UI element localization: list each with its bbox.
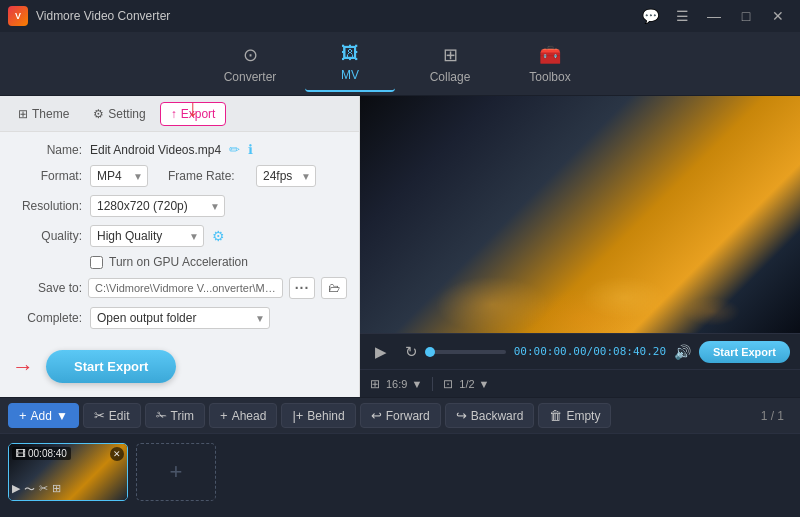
add-icon: + xyxy=(19,408,27,423)
export-button-wrap: ↓ ↑ Export xyxy=(160,102,227,126)
nav-tabs: ⊙ Converter 🖼 MV ⊞ Collage 🧰 Toolbox xyxy=(0,32,800,96)
quality-select-wrap: High Quality Medium Quality Low Quality … xyxy=(90,225,204,247)
gear-icon: ⚙ xyxy=(93,107,104,121)
name-row: Name: Edit Android Videos.mp4 ✏ ℹ xyxy=(12,142,347,157)
resolution-select-wrap: 1280x720 (720p) 1920x1080 (1080p) 3840x2… xyxy=(90,195,225,217)
tab-toolbox[interactable]: 🧰 Toolbox xyxy=(505,36,595,92)
scale-select[interactable]: 1/2 ▼ xyxy=(459,378,489,390)
resolution-select[interactable]: 1280x720 (720p) 1920x1080 (1080p) 3840x2… xyxy=(90,195,225,217)
behind-icon: |+ xyxy=(292,408,303,423)
edit-button[interactable]: ✂ Edit xyxy=(83,403,141,428)
edit-icon[interactable]: ✏ xyxy=(229,142,240,157)
play-button[interactable]: ▶ xyxy=(370,341,392,363)
backward-label: Backward xyxy=(471,409,524,423)
left-panel: ⊞ Theme ⚙ Setting ↓ ↑ Export Name: Edit … xyxy=(0,96,360,397)
menu-button[interactable]: ☰ xyxy=(668,6,696,26)
red-arrow-indicator: ↓ xyxy=(187,94,199,122)
tab-toolbox-label: Toolbox xyxy=(529,70,570,84)
tab-converter[interactable]: ⊙ Converter xyxy=(205,36,295,92)
timeline-add-button[interactable]: + xyxy=(136,443,216,501)
ratio-bar: ⊞ 16:9 ▼ ⊡ 1/2 ▼ xyxy=(360,369,800,397)
app-icon: V xyxy=(8,6,28,26)
empty-button[interactable]: 🗑 Empty xyxy=(538,403,611,428)
progress-dot xyxy=(425,347,435,357)
window-controls: 💬 ☰ — □ ✕ xyxy=(636,6,792,26)
settings-small-icon[interactable]: ⊞ xyxy=(52,482,61,497)
waveform-icon[interactable]: 〜 xyxy=(24,482,35,497)
format-label: Format: xyxy=(12,169,82,183)
backward-icon: ↪ xyxy=(456,408,467,423)
behind-button[interactable]: |+ Behind xyxy=(281,403,355,428)
clip-duration: 🎞 00:08:40 xyxy=(12,447,71,460)
aspect-ratio-value: 16:9 xyxy=(386,378,407,390)
gpu-checkbox[interactable] xyxy=(90,256,103,269)
trim-button[interactable]: ✁ Trim xyxy=(145,403,206,428)
ratio-divider xyxy=(432,377,433,391)
left-toolbar: ⊞ Theme ⚙ Setting ↓ ↑ Export xyxy=(0,96,359,132)
ahead-icon: + xyxy=(220,408,228,423)
setting-button[interactable]: ⚙ Setting xyxy=(83,103,155,125)
framerate-select[interactable]: 24fps 30fps 60fps xyxy=(256,165,316,187)
resolution-row: Resolution: 1280x720 (720p) 1920x1080 (1… xyxy=(12,195,347,217)
maximize-button[interactable]: □ xyxy=(732,6,760,26)
vc-start-export-button[interactable]: Start Export xyxy=(699,341,790,363)
format-select[interactable]: MP4 MOV AVI xyxy=(90,165,148,187)
save-label: Save to: xyxy=(12,281,82,295)
complete-select-wrap: Open output folder Do nothing ▼ xyxy=(90,307,270,329)
forward-icon: ↩ xyxy=(371,408,382,423)
start-arrow-indicator: → xyxy=(12,354,34,380)
info-icon[interactable]: ℹ xyxy=(248,142,253,157)
tab-mv[interactable]: 🖼 MV xyxy=(305,36,395,92)
clip-overlay: 🎞 00:08:40 ✕ ▶ 〜 ✂ ⊞ xyxy=(9,444,127,500)
start-export-button[interactable]: Start Export xyxy=(46,350,176,383)
page-indicator: 1 / 1 xyxy=(761,409,792,423)
video-controls: ▶ ↻ 00:00:00.00/00:08:40.20 🔊 Start Expo… xyxy=(360,333,800,369)
quality-settings-button[interactable]: ⚙ xyxy=(212,228,225,244)
play-small-icon[interactable]: ▶ xyxy=(12,482,20,497)
cut-small-icon[interactable]: ✂ xyxy=(39,482,48,497)
empty-label: Empty xyxy=(566,409,600,423)
gpu-row: Turn on GPU Acceleration xyxy=(12,255,347,269)
ahead-button[interactable]: + Ahead xyxy=(209,403,277,428)
video-preview xyxy=(360,96,800,333)
timeline: 🎞 00:08:40 ✕ ▶ 〜 ✂ ⊞ + xyxy=(0,433,800,509)
chat-button[interactable]: 💬 xyxy=(636,6,664,26)
resolution-label: Resolution: xyxy=(12,199,82,213)
quality-select[interactable]: High Quality Medium Quality Low Quality xyxy=(90,225,204,247)
minimize-button[interactable]: — xyxy=(700,6,728,26)
name-label: Name: xyxy=(12,143,82,157)
scale-value: 1/2 xyxy=(459,378,474,390)
add-button[interactable]: + Add ▼ xyxy=(8,403,79,428)
main-area: ⊞ Theme ⚙ Setting ↓ ↑ Export Name: Edit … xyxy=(0,96,800,397)
aspect-ratio-select[interactable]: 16:9 ▼ xyxy=(386,378,422,390)
tab-collage-label: Collage xyxy=(430,70,471,84)
progress-bar[interactable] xyxy=(430,350,506,354)
complete-select[interactable]: Open output folder Do nothing xyxy=(90,307,270,329)
gpu-checkbox-label[interactable]: Turn on GPU Acceleration xyxy=(90,255,248,269)
browse-button[interactable]: 🗁 xyxy=(321,277,347,299)
volume-icon[interactable]: 🔊 xyxy=(674,344,691,360)
start-export-area: → Start Export xyxy=(0,340,359,397)
mv-icon: 🖼 xyxy=(341,43,359,64)
edit-icon: ✂ xyxy=(94,408,105,423)
close-button[interactable]: ✕ xyxy=(764,6,792,26)
gpu-label: Turn on GPU Acceleration xyxy=(109,255,248,269)
add-label: Add xyxy=(31,409,52,423)
loop-button[interactable]: ↻ xyxy=(400,341,422,363)
aspect-dropdown-arrow: ▼ xyxy=(411,378,422,390)
clip-close-button[interactable]: ✕ xyxy=(110,447,124,461)
tab-collage[interactable]: ⊞ Collage xyxy=(405,36,495,92)
trash-icon: 🗑 xyxy=(549,408,562,423)
more-options-button[interactable]: ··· xyxy=(289,277,315,299)
quality-label: Quality: xyxy=(12,229,82,243)
timeline-clip[interactable]: 🎞 00:08:40 ✕ ▶ 〜 ✂ ⊞ xyxy=(8,443,128,501)
format-row: Format: MP4 MOV AVI ▼ Frame Rate: 24fps … xyxy=(12,165,347,187)
ahead-label: Ahead xyxy=(232,409,267,423)
trim-icon: ✁ xyxy=(156,408,167,423)
forward-button[interactable]: ↩ Forward xyxy=(360,403,441,428)
title-bar: V Vidmore Video Converter 💬 ☰ — □ ✕ xyxy=(0,0,800,32)
add-dropdown-arrow: ▼ xyxy=(56,409,68,423)
backward-button[interactable]: ↪ Backward xyxy=(445,403,535,428)
scale-dropdown-arrow: ▼ xyxy=(479,378,490,390)
theme-button[interactable]: ⊞ Theme xyxy=(8,103,79,125)
